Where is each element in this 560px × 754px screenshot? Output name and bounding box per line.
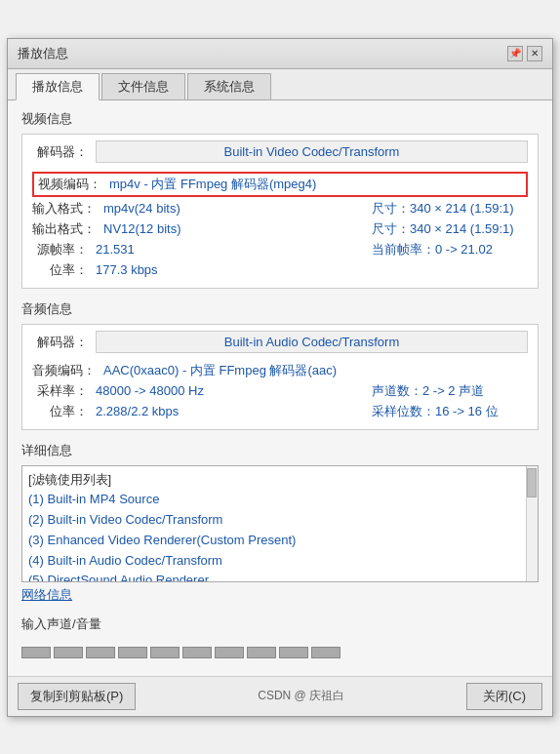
close-dialog-button[interactable]: 关闭(C) (466, 683, 542, 710)
pin-button[interactable]: 📌 (507, 46, 523, 61)
video-output-format-row: 输出格式： NV12(12 bits) 尺寸：340 × 214 (1.59:1… (32, 220, 528, 238)
video-current-fps: 当前帧率：0 -> 21.02 (372, 241, 528, 258)
video-output-size: 尺寸：340 × 214 (1.59:1) (372, 220, 528, 238)
audio-codec-value: AAC(0xaac0) - 内置 FFmpeg 解码器(aac) (103, 362, 528, 379)
tab-system-info[interactable]: 系统信息 (187, 73, 271, 99)
video-input-format-row: 输入格式： mp4v(24 bits) 尺寸：340 × 214 (1.59:1… (32, 200, 528, 218)
video-input-format-label: 输入格式： (32, 200, 103, 218)
main-window: 播放信息 📌 ✕ 播放信息 文件信息 系统信息 视频信息 解码器： Built-… (7, 38, 553, 717)
input-voice-title: 输入声道/音量 (21, 615, 539, 633)
voice-bar-2 (54, 647, 83, 658)
video-decoder-label: 解码器： (32, 143, 96, 161)
window-title: 播放信息 (18, 45, 68, 62)
audio-sample-rate-label: 采样率： (32, 382, 96, 400)
voice-bar-8 (247, 647, 276, 658)
close-button[interactable]: ✕ (527, 46, 542, 61)
detail-section: 详细信息 [滤镜使用列表] (1) Built-in MP4 Source (2… (21, 442, 539, 604)
video-input-format-value: mp4v(24 bits) (103, 201, 372, 216)
detail-section-title: 详细信息 (21, 442, 539, 459)
audio-decoder-value: Built-in Audio Codec/Transform (96, 331, 528, 353)
audio-codec-row: 音频编码： AAC(0xaac0) - 内置 FFmpeg 解码器(aac) (32, 362, 528, 379)
video-decoder-row: 解码器： Built-in Video Codec/Transform (32, 140, 528, 169)
audio-bitrate-value: 2.288/2.2 kbps (96, 404, 372, 418)
video-output-format-label: 输出格式： (32, 220, 103, 238)
video-bitrate-value: 177.3 kbps (96, 262, 528, 277)
audio-section-title: 音频信息 (21, 300, 539, 318)
detail-item-1: (1) Built-in MP4 Source (28, 490, 532, 510)
video-bitrate-row: 位率： 177.3 kbps (32, 261, 528, 279)
detail-item-4: (4) Built-in Audio Codec/Transform (28, 551, 532, 572)
voice-bar-9 (279, 647, 308, 658)
network-info-link[interactable]: 网络信息 (21, 586, 539, 604)
video-source-fps-label: 源帧率： (32, 241, 96, 258)
audio-bit-depth: 采样位数：16 -> 16 位 (372, 403, 528, 420)
scrollbar-track[interactable] (526, 466, 538, 581)
video-section-title: 视频信息 (21, 110, 539, 128)
voice-bar-1 (21, 647, 51, 658)
video-codec-row: 视频编码： mp4v - 内置 FFmpeg 解码器(mpeg4) (32, 172, 528, 197)
voice-bar-7 (215, 647, 244, 658)
video-source-fps-row: 源帧率： 21.531 当前帧率：0 -> 21.02 (32, 241, 528, 258)
video-codec-label: 视频编码： (38, 176, 109, 193)
audio-decoder-row: 解码器： Built-in Audio Codec/Transform (32, 331, 528, 359)
audio-decoder-label: 解码器： (32, 334, 96, 351)
video-section: 视频信息 解码器： Built-in Video Codec/Transform… (21, 110, 539, 289)
audio-sample-rate-row: 采样率： 48000 -> 48000 Hz 声道数：2 -> 2 声道 (32, 382, 528, 400)
audio-codec-label: 音频编码： (32, 362, 103, 379)
title-bar-buttons: 📌 ✕ (507, 46, 542, 61)
watermark-text: CSDN @ 庆祖白 (258, 688, 344, 704)
audio-section: 音频信息 解码器： Built-in Audio Codec/Transform… (21, 300, 539, 430)
voice-bar-4 (118, 647, 147, 658)
footer: 复制到剪贴板(P) CSDN @ 庆祖白 关闭(C) (8, 676, 552, 716)
voice-bar-5 (150, 647, 180, 658)
scrollbar-thumb[interactable] (527, 468, 537, 497)
detail-box[interactable]: [滤镜使用列表] (1) Built-in MP4 Source (2) Bui… (21, 465, 539, 582)
detail-item-3: (3) Enhanced Video Renderer(Custom Prese… (28, 531, 532, 551)
copy-to-clipboard-button[interactable]: 复制到剪贴板(P) (18, 683, 136, 710)
video-bitrate-label: 位率： (32, 261, 96, 279)
video-decoder-value: Built-in Video Codec/Transform (96, 140, 528, 163)
detail-item-2: (2) Built-in Video Codec/Transform (28, 510, 532, 531)
voice-bar-6 (182, 647, 212, 658)
detail-item-5: (5) DirectSound Audio Renderer (28, 571, 532, 581)
audio-section-box: 解码器： Built-in Audio Codec/Transform 音频编码… (21, 324, 539, 430)
video-codec-value: mp4v - 内置 FFmpeg 解码器(mpeg4) (109, 176, 522, 193)
voice-bar-3 (86, 647, 115, 658)
video-section-box: 解码器： Built-in Video Codec/Transform 视频编码… (21, 134, 539, 289)
audio-channels: 声道数：2 -> 2 声道 (372, 382, 528, 400)
audio-sample-rate-value: 48000 -> 48000 Hz (96, 383, 372, 398)
video-output-format-value: NV12(12 bits) (103, 221, 372, 236)
tab-playback-info[interactable]: 播放信息 (16, 73, 100, 100)
voice-bar-10 (311, 647, 340, 658)
video-input-size: 尺寸：340 × 214 (1.59:1) (372, 200, 528, 218)
input-voice-section: 输入声道/音量 (21, 615, 539, 658)
detail-header: [滤镜使用列表] (28, 470, 532, 491)
tab-bar: 播放信息 文件信息 系统信息 (8, 69, 552, 100)
voice-bars (21, 639, 539, 658)
video-source-fps-value: 21.531 (96, 242, 372, 257)
tab-file-info[interactable]: 文件信息 (101, 73, 185, 99)
title-bar: 播放信息 📌 ✕ (8, 39, 552, 69)
audio-bitrate-label: 位率： (32, 403, 96, 420)
content-area: 视频信息 解码器： Built-in Video Codec/Transform… (8, 100, 552, 676)
audio-bitrate-row: 位率： 2.288/2.2 kbps 采样位数：16 -> 16 位 (32, 403, 528, 420)
